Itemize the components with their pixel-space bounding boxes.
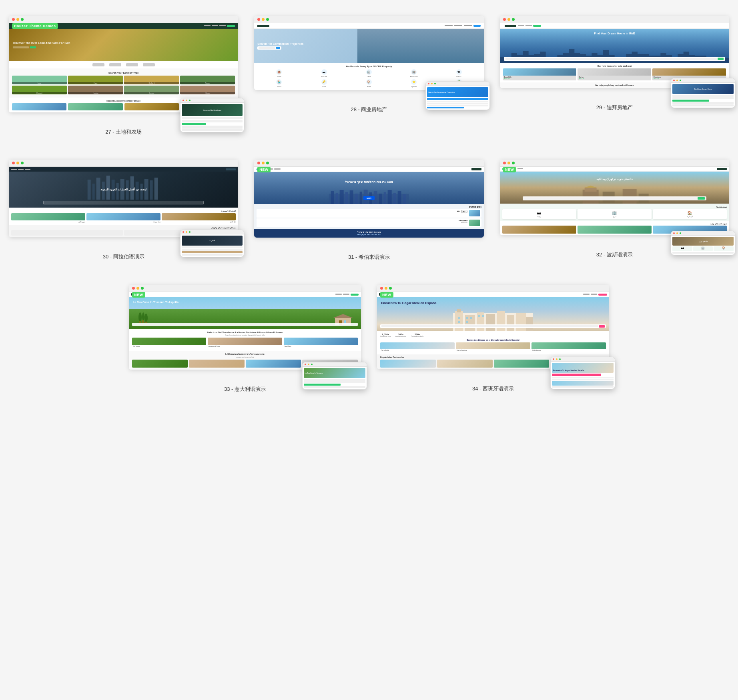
tile-5: Undevel. xyxy=(12,86,67,94)
nav-32 xyxy=(500,167,729,172)
item-33: La Tua Casa In Toscana Ti Aspetta Italia… xyxy=(129,285,361,393)
svg-rect-5 xyxy=(106,176,110,200)
section2-title-33: L'Eleganza Incontra L'Innovazione xyxy=(132,353,358,355)
svg-rect-23 xyxy=(360,192,362,204)
mobile-mockup-27: Discover The Best Land xyxy=(180,98,245,132)
svg-rect-51 xyxy=(457,309,461,312)
browser-content-31: מצא את בית החלומות שלך בישראל חיפוש נכסי… xyxy=(254,167,483,238)
browser-bar-32 xyxy=(500,160,729,167)
section-title-27: Search Your Land By Type xyxy=(12,72,235,74)
caption-27: 27 - 土地和农场 xyxy=(105,128,142,136)
svg-rect-19 xyxy=(340,190,344,204)
svg-marker-46 xyxy=(333,314,353,318)
hero-title-29: Find Your Dream Home in UAE xyxy=(500,32,729,35)
type-mixed: 🏬 Mixed Use xyxy=(392,69,435,78)
hero-34: Encuentra Tu Hogar Ideal en España xyxy=(377,297,609,331)
item-34: Encuentra Tu Hogar Ideal en España 1,000… xyxy=(377,285,609,393)
hero-32: خانه‌های خوب در تهران پیدا کنید xyxy=(500,172,729,204)
nav-28 xyxy=(254,23,483,29)
maximize-dot-28[interactable] xyxy=(266,18,269,21)
preview-wrapper-29: Find Your Dream Home in UAE Our new home… xyxy=(500,16,729,100)
section-title-33: Italia Icon Dell'Eccellenza: La Nostra D… xyxy=(132,331,358,334)
stat-2: 100+ Agentes registrados xyxy=(395,333,406,337)
preview-wrapper-28: Search For Commercial Properties We Prov… xyxy=(254,16,483,102)
item-31: מצא את בית החלומות שלך בישראל חיפוש נכסי… xyxy=(254,160,483,261)
preview-wrapper-33: La Tua Casa In Toscana Ti Aspetta Italia… xyxy=(129,285,361,382)
hero-title-28: Search For Commercial Properties xyxy=(257,42,303,45)
hero-title-32: خانه‌های خوب در تهران پیدا کنید xyxy=(500,178,729,181)
close-dot-29[interactable] xyxy=(503,18,506,21)
maximize-dot-29[interactable] xyxy=(512,18,515,21)
card-apt: 🏠 آپارتمان‌ها xyxy=(653,209,727,219)
hero-title-34: Encuentra Tu Hogar Ideal en España xyxy=(381,301,437,305)
svg-rect-22 xyxy=(355,194,358,204)
svg-rect-65 xyxy=(482,315,484,317)
mobile-mockup-28: Search For Commercial Properties xyxy=(425,81,490,110)
stat-3: 200+ Propiedades en Alquiler xyxy=(411,333,424,337)
mobile-mockup-30: العقارات xyxy=(180,230,245,257)
type-office: 🏢 Office xyxy=(347,69,391,78)
section-33: Italia Icon Dell'Eccellenza: La Nostra D… xyxy=(129,329,361,351)
hero-27: Discover The Best Land And Farm For Sale xyxy=(9,29,238,61)
svg-rect-27 xyxy=(379,194,382,204)
close-dot-28[interactable] xyxy=(257,18,260,21)
browser-content-28: Search For Commercial Properties We Prov… xyxy=(254,23,483,90)
minimize-dot-29[interactable] xyxy=(507,18,510,21)
browser-29: Find Your Dream Home in UAE Our new home… xyxy=(500,16,729,88)
nav-30 xyxy=(9,167,238,172)
svg-point-41 xyxy=(144,314,148,322)
browser-bar-34 xyxy=(377,285,609,292)
section2-title-34: Somos Los Líderes en el Mercado Inmobili… xyxy=(380,339,606,341)
hero-28: Search For Commercial Properties xyxy=(254,29,483,63)
new-badge-27: Houzez Theme Demos xyxy=(12,23,58,29)
browser-content-33: La Tua Casa In Toscana Ti Aspetta Italia… xyxy=(129,292,361,370)
mobile-mockup-33: La Tua Casa In Toscana xyxy=(302,362,367,390)
caption-31: 31 - 希伯来语演示 xyxy=(348,254,390,261)
search-30 xyxy=(43,201,204,204)
section-27: Search Your Land By Type Land Farm Orcha… xyxy=(9,68,238,98)
item-32: خانه‌های خوب در تهران پیدا کنید دسته‌بند… xyxy=(500,160,729,261)
browser-33: La Tua Casa In Toscana Ti Aspetta Italia… xyxy=(129,285,361,370)
hero-title-33: La Tua Casa In Toscana Ti Aspetta xyxy=(133,300,178,304)
svg-rect-60 xyxy=(458,321,460,323)
building-28 xyxy=(357,29,483,63)
overlay-28: Search For Commercial Properties xyxy=(257,42,303,50)
section-title-28: We Provide Every Type Of CRE Property xyxy=(257,65,480,68)
hero-text-27: Discover The Best Land And Farm For Sale xyxy=(13,41,234,45)
browser-bar-28 xyxy=(254,16,483,23)
minimize-dot[interactable] xyxy=(16,18,19,21)
nav-33 xyxy=(129,292,361,297)
caption-29: 29 - 迪拜房地产 xyxy=(596,104,633,111)
items-30: فيلا فاخرة شقة مريحة منزل عائلي xyxy=(11,213,236,223)
new-badge-31: NEW xyxy=(257,167,271,172)
item-27: Discover The Best Land And Farm For Sale xyxy=(9,16,238,136)
close-dot[interactable] xyxy=(12,18,15,21)
preview-wrapper-27: Discover The Best Land And Farm For Sale xyxy=(9,16,238,124)
minimize-dot-28[interactable] xyxy=(262,18,265,21)
browser-bar-33 xyxy=(129,285,361,292)
svg-rect-29 xyxy=(388,190,392,204)
svg-rect-31 xyxy=(398,191,401,204)
nav-links-27 xyxy=(204,25,235,27)
browser-bar-30 xyxy=(9,160,238,167)
svg-rect-21 xyxy=(350,190,353,204)
svg-marker-35 xyxy=(584,186,596,188)
tile-4: Timber xyxy=(180,76,235,84)
svg-rect-57 xyxy=(516,313,526,331)
hero-title-31: מצא את בית החלומות שלך בישראל xyxy=(254,180,483,184)
search-32 xyxy=(523,196,706,200)
section-title-30: العقارات المميزة xyxy=(11,210,236,212)
svg-rect-2 xyxy=(92,184,95,200)
svg-rect-20 xyxy=(345,192,348,204)
cta-btn-31[interactable]: חיפוש xyxy=(363,196,375,200)
browser-bar-31 xyxy=(254,160,483,167)
browser-30: ابحث عن أفضل العقارات العربية للمدينة ال… xyxy=(9,160,238,237)
list-item-31-1: דירה בתל אביב ₪2,500,000 xyxy=(257,209,481,218)
preview-wrapper-34: Encuentra Tu Hogar Ideal en España 1,000… xyxy=(377,285,609,381)
nav-links-28 xyxy=(445,25,481,27)
maximize-dot[interactable] xyxy=(21,18,24,21)
section-30: العقارات المميزة فيلا فاخرة شقة مريحة xyxy=(9,208,238,225)
new-badge-32: NEW xyxy=(503,167,516,172)
section-32: دسته‌بندی‌ها 🏠 آپارتمان‌ها 🏢 اداری xyxy=(500,204,729,221)
mobile-mockup-34: Encuentra Tu Hogar Ideal en España xyxy=(550,357,615,389)
